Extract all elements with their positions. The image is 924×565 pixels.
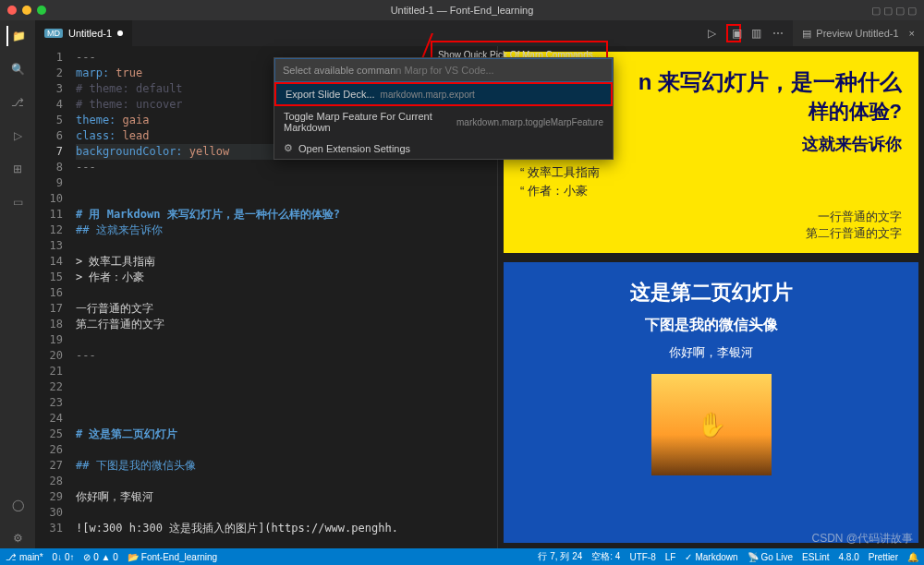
line-numbers: 1234567891011121314151617181920212223242… bbox=[35, 46, 70, 548]
slide-2: 这是第二页幻灯片 下图是我的微信头像 你好啊，李银河 ✋ bbox=[504, 262, 918, 543]
more-actions-icon[interactable]: ⋯ bbox=[771, 27, 785, 40]
accounts-icon[interactable]: ◯ bbox=[7, 495, 28, 515]
run-debug-icon[interactable]: ▷ bbox=[7, 126, 28, 146]
palette-item[interactable]: ⚙Open Extension Settings bbox=[274, 138, 613, 159]
search-icon[interactable]: 🔍 bbox=[7, 59, 28, 79]
sb-golive[interactable]: 📡 Go Live bbox=[748, 550, 793, 563]
extensions-icon[interactable]: ⊞ bbox=[7, 159, 28, 179]
sb-problems[interactable]: ⊘ 0 ▲ 0 bbox=[83, 552, 117, 562]
slide2-image-placeholder: ✋ bbox=[651, 374, 772, 475]
marp-icon[interactable]: ▣ bbox=[726, 24, 741, 42]
source-control-icon[interactable]: ⎇ bbox=[7, 92, 28, 113]
sb-language[interactable]: ✓ Markdown bbox=[685, 550, 737, 563]
slide1-quote1: 效率工具指南 bbox=[520, 164, 902, 181]
preview-icon: ▤ bbox=[802, 28, 811, 40]
sb-version[interactable]: 4.8.0 bbox=[839, 550, 859, 563]
palette-placeholder-a: Select available comman bbox=[283, 65, 395, 76]
minimize-window-icon[interactable] bbox=[22, 6, 31, 15]
window-controls[interactable] bbox=[7, 6, 46, 15]
command-palette[interactable]: Select available comman n Marp for VS Co… bbox=[274, 57, 614, 160]
sb-folder[interactable]: 📂 Font-End_learning bbox=[128, 552, 217, 562]
sb-spaces[interactable]: 空格: 4 bbox=[591, 550, 620, 563]
titlebar: Untitled-1 — Font-End_learning ▢ ▢ ▢ ▢ bbox=[0, 0, 924, 20]
palette-item[interactable]: Export Slide Deck... markdown.marp.expor… bbox=[274, 82, 613, 106]
sb-cursor-pos[interactable]: 行 7, 列 24 bbox=[538, 550, 582, 563]
sb-sync[interactable]: 0↓ 0↑ bbox=[53, 552, 75, 562]
slide2-subtitle: 下图是我的微信头像 bbox=[520, 316, 902, 335]
slide2-title: 这是第二页幻灯片 bbox=[520, 279, 902, 307]
sb-eol[interactable]: LF bbox=[665, 550, 676, 563]
palette-placeholder-b: n Marp for VS Code... bbox=[395, 65, 493, 76]
window-title: Untitled-1 — Font-End_learning bbox=[391, 5, 534, 16]
command-palette-input[interactable]: Select available comman n Marp for VS Co… bbox=[274, 58, 613, 82]
layout-controls[interactable]: ▢ ▢ ▢ ▢ bbox=[871, 5, 917, 17]
close-window-icon[interactable] bbox=[7, 6, 17, 15]
sb-bell-icon[interactable]: 🔔 bbox=[907, 550, 918, 563]
sb-encoding[interactable]: UTF-8 bbox=[629, 550, 655, 563]
status-bar: ⎇ main* 0↓ 0↑ ⊘ 0 ▲ 0 📂 Font-End_learnin… bbox=[0, 548, 924, 565]
tab-editor[interactable]: MD Untitled-1 bbox=[35, 20, 133, 46]
split-editor-icon[interactable]: ▥ bbox=[748, 27, 763, 40]
slide1-line2: 第二行普通的文字 bbox=[520, 225, 902, 242]
gear-icon: ⚙ bbox=[284, 142, 293, 154]
settings-icon[interactable]: ⚙ bbox=[7, 528, 28, 548]
watermark-text: CSDN @代码讲故事 bbox=[811, 531, 913, 547]
slide2-text: 你好啊，李银河 bbox=[520, 344, 902, 361]
slide1-quote2: 作者：小豪 bbox=[520, 183, 902, 199]
palette-item[interactable]: Toggle Marp Feature For Current Markdown… bbox=[274, 106, 613, 138]
dirty-indicator-icon bbox=[117, 30, 123, 36]
remote-icon[interactable]: ▭ bbox=[7, 192, 28, 212]
preview-tab-label: Preview Untitled-1 bbox=[816, 28, 898, 39]
slide1-title-a: 来写幻灯片，是一种什么 bbox=[658, 69, 902, 94]
maximize-window-icon[interactable] bbox=[37, 6, 46, 15]
explorer-icon[interactable]: 📁 bbox=[6, 26, 27, 46]
sb-eslint[interactable]: ESLint bbox=[802, 550, 829, 563]
activity-bar: 📁 🔍 ⎇ ▷ ⊞ ▭ ◯ ⚙ bbox=[0, 20, 35, 548]
close-tab-icon[interactable]: × bbox=[909, 28, 915, 39]
command-palette-list: Export Slide Deck... markdown.marp.expor… bbox=[274, 82, 613, 159]
run-preview-icon[interactable]: ▷ bbox=[704, 27, 719, 40]
tab-preview[interactable]: ▤ Preview Untitled-1 × bbox=[793, 20, 924, 46]
sb-prettier[interactable]: Prettier bbox=[869, 550, 898, 563]
markdown-badge-icon: MD bbox=[44, 29, 63, 38]
tab-label: Untitled-1 bbox=[68, 28, 112, 39]
slide1-line1: 一行普通的文字 bbox=[520, 209, 902, 225]
sb-branch[interactable]: ⎇ main* bbox=[6, 552, 43, 562]
